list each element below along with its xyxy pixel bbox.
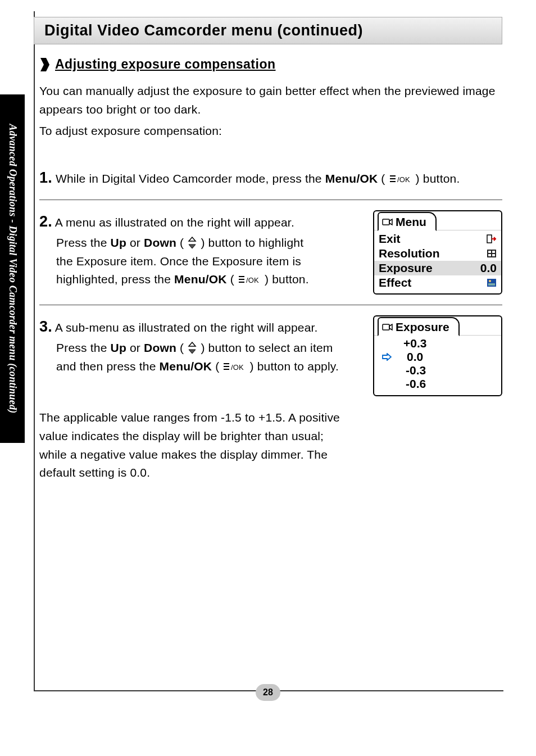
svg-rect-5 [239,279,244,280]
chevron-bullet-icon [39,57,51,72]
resolution-icon [487,249,497,258]
svg-rect-19 [224,366,229,367]
svg-rect-16 [488,283,495,286]
step-1: 1. While in Digital Video Camcorder mode… [34,151,502,200]
exposure-option: -0.3 [379,364,497,377]
svg-rect-2 [390,181,396,182]
step-3-text: 3. A sub-menu as illustrated on the righ… [39,315,360,375]
svg-rect-4 [239,276,244,277]
sidebar-tab: Advanced Operations - Digital Video Camc… [0,94,25,443]
menu-item-exit: Exit [379,232,497,246]
menu-tab: Menu [378,212,437,231]
menu-item-effect: Effect [379,275,497,290]
svg-rect-14 [492,254,495,256]
menu-screenshot: Menu Exit Resolution Exposure 0.0 [373,210,502,295]
exposure-option-selected: 0.0 [379,350,497,364]
svg-point-17 [489,280,491,282]
up-down-icon [187,342,197,354]
effect-icon [487,278,497,287]
svg-rect-0 [390,175,396,176]
menu-ok-icon: /OK [389,174,412,185]
exposure-option: +0.3 [379,337,497,350]
svg-rect-13 [488,254,491,256]
menu-tab-row: Menu [374,211,501,230]
step-1-text: 1. While in Digital Video Camcorder mode… [39,166,502,190]
intro-p2: To adjust exposure compensation: [39,122,502,141]
exposure-option: -0.6 [379,377,497,391]
svg-rect-9 [487,235,492,243]
exposure-items: +0.3 0.0 -0.3 -0.6 [374,336,501,395]
step-2-number: 2. [39,213,52,230]
selected-arrow-icon [381,353,392,361]
sidebar-label: Advanced Operations - Digital Video Camc… [7,124,19,413]
menu-ok-icon: /OK [222,361,246,373]
menu-ok-icon: /OK [238,274,261,286]
svg-rect-1 [390,178,396,179]
intro-p1: You can manually adjust the exposure to … [39,82,502,119]
step-2-text: 2. A menu as illustrated on the right wi… [39,210,360,288]
step-3-number: 3. [39,318,52,335]
exit-icon [487,234,497,243]
menu-item-resolution: Resolution [379,246,497,261]
submenu-tab-row: Exposure [374,316,501,336]
up-down-icon [187,237,197,249]
submenu-tab-label: Exposure [396,320,449,334]
page-number: 28 [256,684,280,701]
step-2: 2. A menu as illustrated on the right wi… [34,200,502,305]
step-1-number: 1. [39,169,52,186]
svg-text:/OK: /OK [231,363,244,372]
svg-text:/OK: /OK [246,276,259,284]
submenu-tab: Exposure [378,317,460,336]
svg-rect-18 [224,363,229,364]
page-content: Digital Video Camcorder menu (continued)… [34,17,502,492]
footer-paragraph: The applicable value ranges from -1.5 to… [39,409,343,482]
page-title: Digital Video Camcorder menu (continued) [34,17,502,44]
menu-items: Exit Resolution Exposure 0.0 Effect [374,230,501,293]
svg-rect-22 [383,324,389,330]
svg-rect-11 [488,251,491,253]
section-heading-text: Adjusting exposure compensation [55,57,276,72]
step-3: 3. A sub-menu as illustrated on the righ… [34,305,502,406]
camcorder-icon [382,323,393,332]
svg-rect-8 [383,219,389,225]
svg-rect-20 [224,369,229,370]
exposure-submenu-screenshot: Exposure +0.3 0.0 -0.3 -0.6 [373,315,502,396]
svg-rect-6 [239,282,244,283]
svg-rect-12 [492,251,495,253]
svg-text:/OK: /OK [397,175,410,184]
menu-tab-label: Menu [396,215,426,229]
menu-item-exposure: Exposure 0.0 [374,261,501,275]
camcorder-icon [382,218,393,227]
section-heading: Adjusting exposure compensation [39,57,502,72]
